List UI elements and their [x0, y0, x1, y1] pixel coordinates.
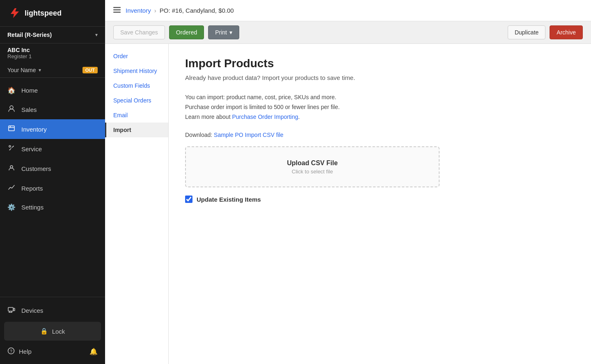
help-icon: ? — [7, 347, 15, 356]
user-name-button[interactable]: Your Name ▾ — [7, 67, 41, 73]
content-area: Order Shipment History Custom Fields Spe… — [105, 44, 591, 364]
import-info-line3-suffix: . — [298, 114, 300, 120]
sidebar-item-label: Reports — [21, 185, 43, 192]
svg-rect-1 — [9, 126, 14, 131]
breadcrumb-current: PO: #16, Candyland, $0.00 — [160, 7, 234, 14]
store-company: ABC Inc — [7, 47, 98, 53]
devices-icon — [7, 306, 16, 315]
sample-csv-link[interactable]: Sample PO Import CSV file — [214, 132, 284, 138]
svg-rect-7 — [14, 308, 15, 311]
help-label: Help — [19, 348, 32, 355]
home-icon: 🏠 — [7, 86, 16, 94]
lightspeed-logo-icon — [7, 7, 21, 20]
archive-button[interactable]: Archive — [550, 25, 583, 39]
settings-icon: ⚙️ — [7, 203, 16, 211]
subnav-item-order[interactable]: Order — [105, 49, 168, 64]
sidebar: lightspeed Retail (R-Series) ▾ ABC Inc R… — [0, 0, 105, 364]
ordered-button[interactable]: Ordered — [169, 25, 204, 39]
save-changes-button[interactable]: Save Changes — [113, 25, 165, 39]
svg-text:?: ? — [10, 349, 12, 354]
help-row: ? Help 🔔 — [0, 342, 105, 361]
sidebar-item-label: Home — [21, 87, 38, 94]
update-existing-items-row: Update Existing Items — [185, 196, 575, 203]
update-existing-checkbox[interactable] — [185, 196, 192, 203]
app-name: lightspeed — [25, 9, 62, 18]
sales-icon — [7, 105, 16, 114]
store-selector-label: Retail (R-Series) — [7, 32, 52, 38]
lock-button[interactable]: 🔒 Lock — [4, 322, 101, 341]
topbar-menu-icon — [113, 7, 121, 14]
sidebar-item-home[interactable]: 🏠 Home — [0, 81, 105, 100]
purchase-order-importing-link[interactable]: Purchase Order Importing — [232, 114, 298, 120]
breadcrumb: Inventory › PO: #16, Candyland, $0.00 — [126, 7, 234, 14]
import-subtitle: Already have product data? Import your p… — [185, 74, 575, 81]
store-register: Register 1 — [7, 53, 98, 59]
duplicate-button[interactable]: Duplicate — [508, 25, 545, 39]
store-selector[interactable]: Retail (R-Series) ▾ — [0, 27, 105, 43]
inventory-icon — [7, 125, 16, 134]
print-dropdown-icon: ▾ — [229, 29, 232, 36]
sidebar-item-label: Customers — [21, 165, 51, 172]
import-info-line1: You can import: product name, cost, pric… — [185, 94, 336, 100]
service-icon — [7, 144, 16, 153]
svg-rect-15 — [113, 11, 121, 13]
user-chevron-icon: ▾ — [39, 67, 41, 73]
sidebar-item-service[interactable]: Service — [0, 139, 105, 159]
sidebar-item-label: Settings — [21, 204, 44, 211]
upload-zone[interactable]: Upload CSV File Click to select file — [185, 146, 440, 187]
sidebar-item-label: Inventory — [21, 126, 47, 133]
download-link-row: Download: Sample PO Import CSV file — [185, 132, 575, 138]
main-content: Inventory › PO: #16, Candyland, $0.00 Sa… — [105, 0, 591, 364]
user-status-badge: OUT — [82, 67, 98, 73]
sidebar-bottom: Devices 🔒 Lock ? Help 🔔 — [0, 297, 105, 364]
toolbar: Save Changes Ordered Print ▾ Duplicate A… — [105, 21, 591, 44]
svg-point-5 — [10, 166, 13, 168]
lock-label: Lock — [52, 328, 65, 335]
import-info: You can import: product name, cost, pric… — [185, 93, 575, 122]
subnav: Order Shipment History Custom Fields Spe… — [105, 44, 169, 364]
import-info-line2: Purchase order import is limited to 500 … — [185, 104, 340, 110]
svg-rect-6 — [8, 307, 13, 311]
upload-subtitle: Click to select file — [292, 168, 333, 175]
sidebar-item-reports[interactable]: Reports — [0, 178, 105, 198]
import-title: Import Products — [185, 57, 575, 70]
sidebar-item-customers[interactable]: Customers — [0, 159, 105, 178]
subnav-item-shipment-history[interactable]: Shipment History — [105, 64, 168, 78]
sidebar-item-label: Sales — [21, 106, 37, 113]
sidebar-item-inventory[interactable]: Inventory — [0, 119, 105, 139]
svg-rect-14 — [113, 9, 121, 10]
sidebar-item-sales[interactable]: Sales — [0, 100, 105, 119]
subnav-item-import[interactable]: Import — [105, 123, 168, 137]
subnav-item-email[interactable]: Email — [105, 108, 168, 123]
topbar: Inventory › PO: #16, Candyland, $0.00 — [105, 0, 591, 21]
svg-point-4 — [9, 146, 11, 147]
notification-bell-icon[interactable]: 🔔 — [89, 348, 98, 355]
svg-point-0 — [10, 106, 13, 109]
app-logo[interactable]: lightspeed — [0, 0, 105, 27]
user-row[interactable]: Your Name ▾ OUT — [0, 63, 105, 78]
help-button[interactable]: ? Help — [7, 347, 32, 356]
nav-menu: 🏠 Home Sales Inventory Service Custom — [0, 78, 105, 297]
subnav-item-special-orders[interactable]: Special Orders — [105, 93, 168, 108]
lock-icon: 🔒 — [40, 328, 48, 335]
breadcrumb-parent[interactable]: Inventory — [126, 7, 151, 14]
sidebar-item-settings[interactable]: ⚙️ Settings — [0, 198, 105, 216]
reports-icon — [7, 184, 16, 193]
upload-title: Upload CSV File — [287, 159, 338, 167]
sidebar-item-devices[interactable]: Devices — [0, 300, 105, 320]
customers-icon — [7, 164, 16, 173]
import-info-line3-prefix: Learn more about — [185, 114, 232, 120]
subnav-item-custom-fields[interactable]: Custom Fields — [105, 78, 168, 93]
print-label: Print — [215, 29, 227, 36]
print-button[interactable]: Print ▾ — [208, 25, 239, 39]
update-existing-label[interactable]: Update Existing Items — [197, 196, 261, 203]
download-prefix: Download: — [185, 132, 214, 138]
breadcrumb-separator: › — [154, 7, 156, 14]
import-page: Import Products Already have product dat… — [169, 44, 591, 364]
chevron-down-icon: ▾ — [95, 32, 98, 38]
svg-rect-13 — [113, 7, 121, 8]
store-info: ABC Inc Register 1 — [0, 43, 105, 63]
sidebar-item-label: Service — [21, 146, 42, 152]
user-name: Your Name — [7, 67, 36, 73]
sidebar-item-label: Devices — [21, 307, 43, 314]
